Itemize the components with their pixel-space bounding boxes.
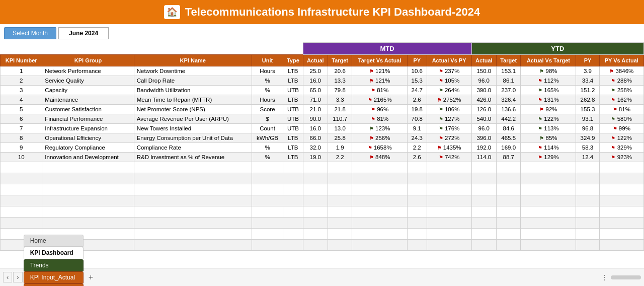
kpi-pct-cell: ⚑ 96% <box>352 105 408 114</box>
col-unit: Unit <box>252 55 283 66</box>
kpi-pct-cell: ⚑ 129% <box>521 153 576 162</box>
kpi-pct-cell: ⚑ 123% <box>352 124 408 133</box>
kpi-pct-cell: ⚑ 92% <box>521 105 576 114</box>
tab-container: HomeKPI DashboardTrendsKPI Input_ActualK… <box>24 235 84 286</box>
ytd-group-header: YTD <box>471 43 643 55</box>
kpi-pct-cell: ⚑ 258% <box>599 86 643 95</box>
month-selector-row: Select Month June 2024 <box>0 24 644 42</box>
col-kpi-name: KPI Name <box>134 55 252 66</box>
kpi-pct-cell: ⚑ 2165% <box>352 95 408 105</box>
tab-bar-right: ⋮ <box>601 273 641 281</box>
page-header: 🏠 Telecommunications Infrastructure KPI … <box>0 0 644 24</box>
page-title: Telecommunications Infrastructure KPI Da… <box>185 6 480 19</box>
kpi-pct-cell: ⚑ 3846% <box>599 66 643 76</box>
kpi-pct-cell: ⚑ 329% <box>599 143 643 153</box>
kpi-table-wrapper: MTD YTD KPI Number KPI Group KPI Name Un… <box>0 42 644 274</box>
empty-row <box>1 206 644 218</box>
table-row: 10Innovation and DevelopmentR&D Investme… <box>1 153 644 162</box>
kpi-pct-cell: ⚑ 848% <box>352 153 408 162</box>
mtd-group-header: MTD <box>303 43 471 55</box>
tab-prev-button[interactable]: ‹ <box>3 272 12 282</box>
kpi-pct-cell: ⚑ 81% <box>599 105 643 114</box>
empty-row <box>1 229 644 240</box>
column-header-row: KPI Number KPI Group KPI Name Unit Type … <box>1 55 644 66</box>
kpi-pct-cell: ⚑ 1435% <box>427 143 471 153</box>
col-mtd-avp: Actual Vs PY <box>427 55 471 66</box>
col-type: Type <box>283 55 303 66</box>
select-month-button[interactable]: Select Month <box>4 27 56 39</box>
kpi-pct-cell: ⚑ 99% <box>599 124 643 133</box>
kpi-pct-cell: ⚑ 288% <box>599 76 643 86</box>
col-ytd-pva: PY Vs Actual <box>599 55 643 66</box>
tab-trends[interactable]: Trends <box>24 259 84 271</box>
kpi-pct-cell: ⚑ 742% <box>427 153 471 162</box>
col-mtd-actual: Actual <box>303 55 328 66</box>
kpi-pct-cell: ⚑ 114% <box>521 143 576 153</box>
scroll-slider[interactable] <box>611 275 641 279</box>
kpi-pct-cell: ⚑ 162% <box>599 95 643 105</box>
tab-home[interactable]: Home <box>24 235 84 247</box>
home-icon[interactable]: 🏠 <box>164 5 180 19</box>
col-ytd-actual: Actual <box>471 55 496 66</box>
tab-kpi-input-actual[interactable]: KPI Input_Actual <box>24 271 84 283</box>
kpi-pct-cell: ⚑ 85% <box>521 133 576 143</box>
empty-row <box>1 162 644 173</box>
col-ytd-py: PY <box>576 55 599 66</box>
col-kpi-number: KPI Number <box>1 55 42 66</box>
kpi-pct-cell: ⚑ 121% <box>352 76 408 86</box>
kpi-table: MTD YTD KPI Number KPI Group KPI Name Un… <box>0 42 644 251</box>
blank-header <box>1 43 303 55</box>
col-mtd-py: PY <box>407 55 427 66</box>
table-row: 7Infrastructure ExpansionNew Towers Inst… <box>1 124 644 133</box>
table-row: 2Service QualityCall Drop Rate%LTB16.013… <box>1 76 644 86</box>
kpi-pct-cell: ⚑ 81% <box>352 86 408 95</box>
table-row: 3CapacityBandwidth Utilization%UTB65.079… <box>1 86 644 95</box>
col-ytd-target: Target <box>496 55 520 66</box>
kpi-pct-cell: ⚑ 272% <box>427 133 471 143</box>
empty-row <box>1 218 644 229</box>
empty-row <box>1 173 644 184</box>
kpi-pct-cell: ⚑ 923% <box>599 153 643 162</box>
kpi-pct-cell: ⚑ 122% <box>521 114 576 124</box>
empty-row <box>1 240 644 251</box>
table-row: 6Financial PerformanceAverage Revenue Pe… <box>1 114 644 124</box>
col-kpi-group: KPI Group <box>42 55 134 66</box>
kpi-pct-cell: ⚑ 165% <box>521 86 576 95</box>
table-row: 8Operational EfficiencyEnergy Consumptio… <box>1 133 644 143</box>
tab-more-icon[interactable]: ⋮ <box>601 273 608 281</box>
kpi-pct-cell: ⚑ 580% <box>599 114 643 124</box>
kpi-pct-cell: ⚑ 256% <box>352 133 408 143</box>
table-row: 9Regulatory ComplianceCompliance Rate%LT… <box>1 143 644 153</box>
tab-next-button[interactable]: › <box>13 272 22 282</box>
kpi-pct-cell: ⚑ 81% <box>352 114 408 124</box>
kpi-pct-cell: ⚑ 1658% <box>352 143 408 153</box>
kpi-table-body: 1Network PerformanceNetwork DowntimeHour… <box>1 66 644 251</box>
col-ytd-avt: Actual Vs Target <box>521 55 576 66</box>
col-mtd-tva: Target Vs Actual <box>352 55 408 66</box>
empty-row <box>1 195 644 206</box>
kpi-pct-cell: ⚑ 2752% <box>427 95 471 105</box>
kpi-pct-cell: ⚑ 131% <box>521 95 576 105</box>
tab-bar: ‹ › HomeKPI DashboardTrendsKPI Input_Act… <box>0 268 644 286</box>
group-header-row: MTD YTD <box>1 43 644 55</box>
col-mtd-target: Target <box>328 55 352 66</box>
kpi-pct-cell: ⚑ 105% <box>427 76 471 86</box>
kpi-pct-cell: ⚑ 127% <box>427 114 471 124</box>
kpi-pct-cell: ⚑ 121% <box>352 66 408 76</box>
kpi-pct-cell: ⚑ 264% <box>427 86 471 95</box>
kpi-pct-cell: ⚑ 106% <box>427 105 471 114</box>
tab-kpi-dashboard[interactable]: KPI Dashboard <box>24 247 84 259</box>
current-month-display: June 2024 <box>58 27 109 39</box>
empty-row <box>1 184 644 195</box>
kpi-pct-cell: ⚑ 237% <box>427 66 471 76</box>
kpi-pct-cell: ⚑ 112% <box>521 76 576 86</box>
kpi-pct-cell: ⚑ 122% <box>599 133 643 143</box>
kpi-pct-cell: ⚑ 176% <box>427 124 471 133</box>
table-row: 4MaintenanceMean Time to Repair (MTTR)Ho… <box>1 95 644 105</box>
tab-kpi-input-target[interactable]: KPI Input - Target <box>24 283 84 286</box>
add-tab-button[interactable]: + <box>85 272 97 283</box>
table-row: 5Customer SatisfactionNet Promoter Score… <box>1 105 644 114</box>
table-row: 1Network PerformanceNetwork DowntimeHour… <box>1 66 644 76</box>
kpi-pct-cell: ⚑ 98% <box>521 66 576 76</box>
kpi-pct-cell: ⚑ 113% <box>521 124 576 133</box>
